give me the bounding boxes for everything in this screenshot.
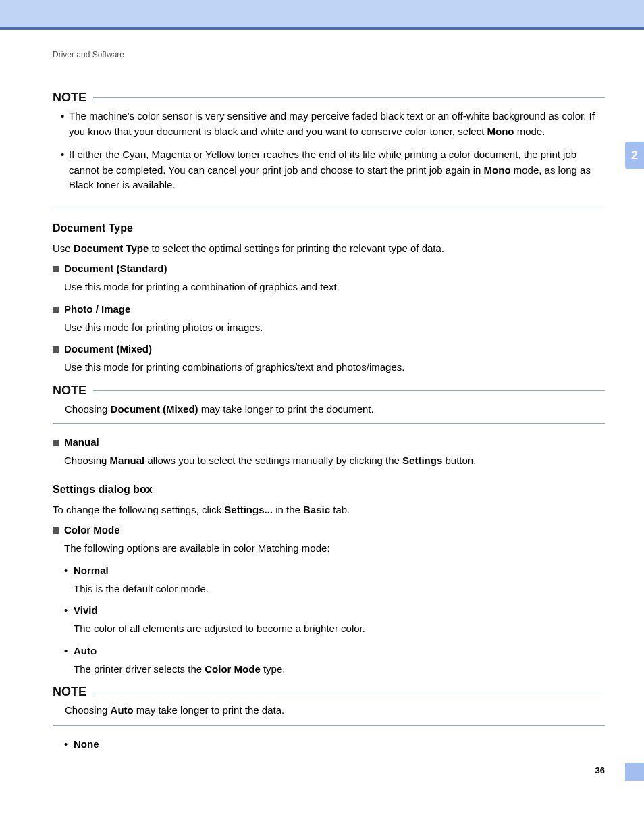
- list-item: Auto The printer driver selects the Colo…: [64, 645, 605, 677]
- text: may take longer to print the data.: [134, 704, 284, 716]
- note-label: NOTE: [53, 384, 86, 398]
- breadcrumb: Driver and Software: [53, 50, 605, 59]
- item-title: Normal: [64, 565, 605, 576]
- list-item: Document (Mixed) Use this mode for print…: [53, 343, 605, 375]
- manual-list: Manual Choosing Manual allows you to sel…: [53, 436, 605, 469]
- section-tab: 2: [625, 142, 644, 169]
- item-title: Photo / Image: [53, 303, 605, 315]
- item-title: Manual: [53, 436, 605, 448]
- item-title: None: [64, 738, 605, 750]
- note-block-2: NOTE Choosing Document (Mixed) may take …: [53, 384, 605, 425]
- note2-body: Choosing Document (Mixed) may take longe…: [53, 402, 605, 425]
- text: Choosing: [64, 454, 110, 466]
- list-item: None: [64, 738, 605, 750]
- text: tab.: [330, 504, 350, 515]
- text: type.: [261, 663, 286, 675]
- none-list: None: [53, 738, 605, 750]
- bold: Settings: [402, 454, 442, 466]
- item-title: Color Mode: [53, 524, 605, 536]
- note1-bullet2: If either the Cyan, Magenta or Yellow to…: [61, 147, 605, 193]
- item-title: Document (Mixed): [53, 343, 605, 355]
- list-item: Vivid The color of all elements are adju…: [64, 604, 605, 637]
- note1-bullet1: The machine's color sensor is very sensi…: [61, 109, 605, 139]
- page-number: 36: [595, 765, 605, 775]
- text: Choosing: [65, 704, 111, 716]
- text: button.: [442, 454, 476, 466]
- text: To change the following settings, click: [53, 504, 224, 515]
- item-desc: The printer driver selects the Color Mod…: [64, 662, 605, 677]
- item-desc: This is the default color mode.: [64, 581, 605, 597]
- item-title: Auto: [64, 645, 605, 656]
- list-item: Document (Standard) Use this mode for pr…: [53, 263, 605, 295]
- text: Use: [53, 242, 74, 254]
- page-number-tab: [625, 763, 644, 781]
- item-desc: Use this mode for printing a combination…: [53, 280, 605, 295]
- note-rule: [93, 390, 605, 391]
- item-desc: Use this mode for printing photos or ima…: [53, 320, 605, 336]
- doctype-intro: Use Document Type to select the optimal …: [53, 241, 605, 257]
- text: The printer driver selects the: [74, 663, 205, 675]
- text: allows you to select the settings manual…: [144, 454, 402, 466]
- item-desc: Use this mode for printing combinations …: [53, 360, 605, 375]
- note-label: NOTE: [53, 90, 86, 105]
- text: Choosing: [65, 403, 111, 415]
- bold: Manual: [110, 454, 145, 466]
- note-rule: [93, 692, 605, 692]
- note-label: NOTE: [53, 685, 86, 699]
- list-item: Manual Choosing Manual allows you to sel…: [53, 436, 605, 469]
- bold: Document (Mixed): [111, 403, 198, 415]
- note3-body: Choosing Auto may take longer to print t…: [53, 703, 605, 726]
- bold: Color Mode: [205, 663, 261, 675]
- note-block-1: NOTE The machine's color sensor is very …: [53, 90, 605, 207]
- text: mode.: [514, 126, 545, 137]
- color-mode-options: Normal This is the default color mode. V…: [53, 565, 605, 677]
- list-item: Color Mode The following options are ava…: [53, 524, 605, 677]
- bold: Mono: [484, 164, 511, 176]
- item-desc: The following options are available in c…: [53, 541, 605, 556]
- heading-document-type: Document Type: [53, 222, 605, 234]
- item-desc: Choosing Manual allows you to select the…: [53, 453, 605, 469]
- text: in the: [273, 504, 303, 515]
- heading-settings-dialog: Settings dialog box: [53, 484, 605, 496]
- settings-list: Color Mode The following options are ava…: [53, 524, 605, 677]
- settings-intro: To change the following settings, click …: [53, 502, 605, 518]
- note-rule: [93, 97, 605, 98]
- list-item: Normal This is the default color mode.: [64, 565, 605, 597]
- text: to select the optimal settings for print…: [149, 242, 444, 254]
- bold: Settings...: [224, 504, 273, 515]
- note-block-3: NOTE Choosing Auto may take longer to pr…: [53, 685, 605, 726]
- doctype-list: Document (Standard) Use this mode for pr…: [53, 263, 605, 375]
- bold: Mono: [487, 126, 514, 137]
- list-item: Photo / Image Use this mode for printing…: [53, 303, 605, 336]
- bold: Document Type: [74, 242, 149, 254]
- item-desc: The color of all elements are adjusted t…: [64, 621, 605, 637]
- bold: Basic: [303, 504, 330, 515]
- bold: Auto: [111, 704, 134, 716]
- item-title: Vivid: [64, 604, 605, 616]
- top-bar: [0, 0, 644, 30]
- item-title: Document (Standard): [53, 263, 605, 274]
- page-content: Driver and Software NOTE The machine's c…: [0, 30, 644, 796]
- text: may take longer to print the document.: [198, 403, 374, 415]
